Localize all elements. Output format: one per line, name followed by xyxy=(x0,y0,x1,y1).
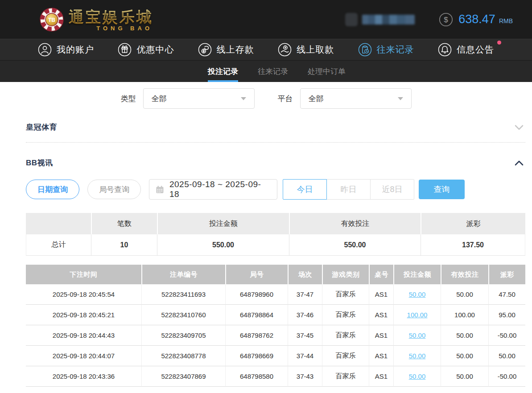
section-crown-sports[interactable]: 皇冠体育 xyxy=(26,109,525,143)
table-cell: 37-45 xyxy=(288,325,322,346)
table-cell: 2025-09-18 20:43:36 xyxy=(26,366,141,387)
bet-amount-link[interactable]: 50.00 xyxy=(409,373,426,380)
withdraw-icon xyxy=(278,43,292,57)
table-cell: 百家乐 xyxy=(322,284,369,305)
chevron-down-icon xyxy=(241,97,246,100)
quick-last8days-button[interactable]: 近8日 xyxy=(370,179,414,200)
records-icon xyxy=(358,43,372,57)
table-cell: AS1 xyxy=(369,325,393,346)
table-cell: -50.00 xyxy=(488,366,525,387)
nav-item-transaction-records[interactable]: 往来记录 xyxy=(358,43,414,57)
table-cell: 100.00 xyxy=(393,305,441,325)
nav-item-withdraw[interactable]: 线上取款 xyxy=(278,43,334,57)
chevron-up-icon[interactable] xyxy=(515,160,524,166)
section-title: BB视讯 xyxy=(26,158,53,168)
dollar-circle-icon: $ xyxy=(439,12,453,27)
bet-column-header: 局号 xyxy=(225,265,288,284)
top-header: TB 通宝娱乐城 TONG BAO $ 638.47 RMB xyxy=(0,0,532,39)
table-cell: 50.00 xyxy=(441,325,488,346)
bet-table-body: 2025-09-18 20:45:54522823411693648798960… xyxy=(26,284,525,387)
summary-col-empty xyxy=(26,213,91,234)
bet-amount-link[interactable]: 50.00 xyxy=(409,332,426,339)
nav-label: 我的账户 xyxy=(57,44,94,56)
casino-chip-icon: TB xyxy=(39,7,64,32)
nav-item-promotions[interactable]: 优惠中心 xyxy=(118,43,174,57)
balance-currency: RMB xyxy=(499,15,513,25)
table-cell: 522823409705 xyxy=(141,325,225,346)
nav-label: 线上存款 xyxy=(217,44,254,56)
nav-label: 优惠中心 xyxy=(136,44,174,56)
nav-label: 往来记录 xyxy=(377,44,414,56)
gift-icon xyxy=(118,43,132,57)
quick-today-button[interactable]: 今日 xyxy=(283,179,327,200)
brand-subtitle: TONG BAO xyxy=(96,25,153,32)
table-cell: 2025-09-18 20:45:21 xyxy=(26,305,141,325)
table-cell: 百家乐 xyxy=(322,346,369,366)
notification-dot xyxy=(497,41,501,45)
svg-text:TB: TB xyxy=(48,17,55,23)
section-bb-live[interactable]: BB视讯 xyxy=(26,143,525,168)
summary-header-row: 笔数 投注金额 有效投注 派彩 xyxy=(26,213,525,234)
table-cell: AS1 xyxy=(369,305,393,325)
table-cell: 50.00 xyxy=(393,284,441,305)
date-range-input[interactable]: 2025-09-18 ~ 2025-09-18 xyxy=(149,179,277,200)
quick-date-group: 今日 昨日 近8日 xyxy=(283,179,414,200)
summary-total-row: 总计 10 550.00 550.00 137.50 xyxy=(26,234,525,256)
balance-display[interactable]: $ 638.47 RMB xyxy=(439,12,513,27)
table-cell: 648798762 xyxy=(225,325,288,346)
bell-icon xyxy=(438,43,452,57)
filter-row: 类型 全部 平台 全部 xyxy=(26,88,506,109)
summary-col-bet-amount: 投注金额 xyxy=(157,213,289,234)
table-cell: 50.00 xyxy=(393,366,441,387)
summary-total-count: 10 xyxy=(91,234,157,256)
table-cell: 2025-09-18 20:44:43 xyxy=(26,325,141,346)
table-cell: 648798580 xyxy=(225,366,288,387)
search-button[interactable]: 查询 xyxy=(419,180,465,199)
table-cell: 百家乐 xyxy=(322,305,369,325)
table-cell: 百家乐 xyxy=(322,366,369,387)
brand-logo[interactable]: TB 通宝娱乐城 TONG BAO xyxy=(39,7,153,32)
quick-yesterday-button[interactable]: 昨日 xyxy=(326,179,371,200)
tab-transaction-records[interactable]: 往来记录 xyxy=(258,61,288,82)
summary-col-payout: 派彩 xyxy=(421,213,525,234)
table-cell: AS1 xyxy=(369,366,393,387)
bet-amount-link[interactable]: 50.00 xyxy=(409,291,426,298)
table-cell: 100.00 xyxy=(441,305,488,325)
platform-select[interactable]: 全部 xyxy=(300,88,412,109)
tab-label: 投注记录 xyxy=(208,66,238,77)
bet-records-table: 下注时间注单编号局号场次游戏类别桌号投注金额有效投注派彩 2025-09-18 … xyxy=(26,265,525,387)
table-cell: 37-43 xyxy=(288,366,322,387)
type-filter-label: 类型 xyxy=(121,94,136,104)
type-select[interactable]: 全部 xyxy=(143,88,255,109)
user-account[interactable] xyxy=(345,13,415,26)
bet-amount-link[interactable]: 100.00 xyxy=(407,311,428,319)
round-query-label: 局号查询 xyxy=(99,184,129,195)
tab-pending-orders[interactable]: 处理中订单 xyxy=(308,61,346,82)
bet-column-header: 桌号 xyxy=(369,265,393,284)
svg-text:$: $ xyxy=(444,16,449,24)
bet-amount-link[interactable]: 50.00 xyxy=(409,352,426,360)
round-query-button[interactable]: 局号查询 xyxy=(87,180,141,199)
table-cell: 648798864 xyxy=(225,305,288,325)
date-range-value: 2025-09-18 ~ 2025-09-18 xyxy=(169,180,271,199)
table-cell: 522823410760 xyxy=(141,305,225,325)
table-cell: -50.00 xyxy=(488,325,525,346)
summary-col-count: 笔数 xyxy=(91,213,157,234)
table-cell: 50.00 xyxy=(441,284,488,305)
tab-bet-records[interactable]: 投注记录 xyxy=(208,61,238,82)
table-cell: 522823407869 xyxy=(141,366,225,387)
platform-select-value: 全部 xyxy=(309,94,324,104)
nav-item-announcements[interactable]: 信息公告 xyxy=(438,43,494,57)
deposit-icon xyxy=(198,43,212,57)
nav-item-my-account[interactable]: 我的账户 xyxy=(38,43,94,57)
date-query-label: 日期查询 xyxy=(37,184,68,195)
table-row: 2025-09-18 20:44:07522823408778648798669… xyxy=(26,346,525,366)
bet-table-header-row: 下注时间注单编号局号场次游戏类别桌号投注金额有效投注派彩 xyxy=(26,265,525,284)
table-cell: 50.00 xyxy=(441,346,488,366)
table-cell: 50.00 xyxy=(441,366,488,387)
date-query-button[interactable]: 日期查询 xyxy=(26,180,79,199)
nav-item-deposit[interactable]: 线上存款 xyxy=(198,43,254,57)
chevron-down-icon[interactable] xyxy=(515,125,524,130)
table-cell: 37-47 xyxy=(288,284,322,305)
table-row: 2025-09-18 20:43:36522823407869648798580… xyxy=(26,366,525,387)
